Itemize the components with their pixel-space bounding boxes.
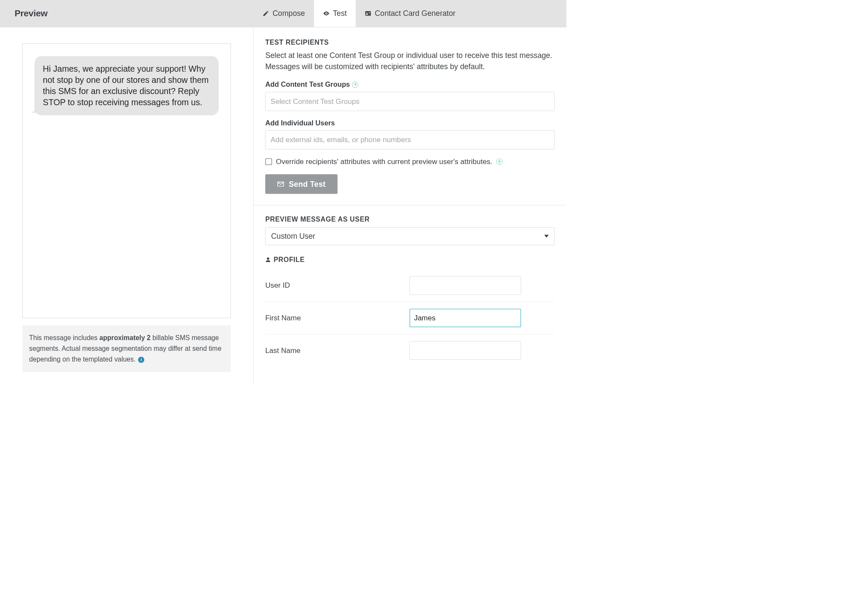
override-attributes-label: Override recipients' attributes with cur… xyxy=(276,157,492,166)
profile-header: PROFILE xyxy=(265,256,555,264)
profile-row-last-name: Last Name xyxy=(265,335,555,367)
user-id-label: User ID xyxy=(265,281,410,290)
send-test-button[interactable]: Send Test xyxy=(265,174,337,194)
send-test-label: Send Test xyxy=(289,180,326,189)
override-attributes-checkbox[interactable] xyxy=(265,158,272,165)
user-id-input[interactable] xyxy=(410,276,521,295)
topbar: Preview Compose Test Contact Card Genera… xyxy=(0,0,566,27)
sms-bubble: Hi James, we appreciate your support! Wh… xyxy=(34,56,219,116)
person-icon xyxy=(265,256,271,263)
tabs: Compose Test Contact Card Generator xyxy=(254,0,464,27)
content-test-groups-input[interactable] xyxy=(265,92,555,111)
envelope-icon xyxy=(277,180,284,188)
pencil-icon xyxy=(262,10,269,17)
help-icon[interactable]: ? xyxy=(352,82,358,88)
page-title: Preview xyxy=(15,8,48,18)
individual-users-label: Add Individual Users xyxy=(265,119,555,127)
segment-note-bold: approximately 2 xyxy=(99,334,150,342)
phone-frame: Hi James, we appreciate your support! Wh… xyxy=(22,43,231,318)
segment-note-text-pre: This message includes xyxy=(29,334,100,342)
section-divider xyxy=(254,205,567,206)
segment-note: This message includes approximately 2 bi… xyxy=(22,325,231,372)
topbar-title-wrap: Preview xyxy=(0,0,254,27)
profile-row-user-id: User ID xyxy=(265,269,555,302)
preview-user-select[interactable]: Custom User xyxy=(265,227,555,245)
preview-pane: Hi James, we appreciate your support! Wh… xyxy=(0,27,254,385)
test-recipients-desc: Select at least one Content Test Group o… xyxy=(265,50,555,72)
preview-as-user-header: PREVIEW MESSAGE AS USER xyxy=(265,216,555,223)
tab-test[interactable]: Test xyxy=(314,0,356,27)
last-name-input[interactable] xyxy=(410,341,521,360)
preview-user-selected: Custom User xyxy=(271,232,316,240)
first-name-label: First Name xyxy=(265,313,410,322)
info-icon[interactable]: i xyxy=(138,357,144,363)
first-name-input[interactable] xyxy=(410,309,521,327)
override-attributes-row: Override recipients' attributes with cur… xyxy=(265,157,555,166)
content-test-groups-label: Add Content Test Groups ? xyxy=(265,80,555,88)
body: Hi James, we appreciate your support! Wh… xyxy=(0,27,566,385)
profile-row-first-name: First Name xyxy=(265,302,555,335)
contact-card-icon xyxy=(365,10,372,17)
tab-label: Compose xyxy=(273,9,305,18)
tab-compose[interactable]: Compose xyxy=(254,0,314,27)
caret-down-icon xyxy=(544,235,549,238)
eye-icon xyxy=(323,10,330,17)
tab-label: Contact Card Generator xyxy=(375,9,455,18)
tab-contact-card-generator[interactable]: Contact Card Generator xyxy=(356,0,464,27)
test-recipients-header: TEST RECIPIENTS xyxy=(265,38,555,46)
last-name-label: Last Name xyxy=(265,346,410,355)
test-pane: TEST RECIPIENTS Select at least one Cont… xyxy=(254,27,567,385)
tab-label: Test xyxy=(333,9,347,18)
individual-users-input[interactable] xyxy=(265,131,555,149)
help-icon[interactable]: ? xyxy=(496,158,502,164)
